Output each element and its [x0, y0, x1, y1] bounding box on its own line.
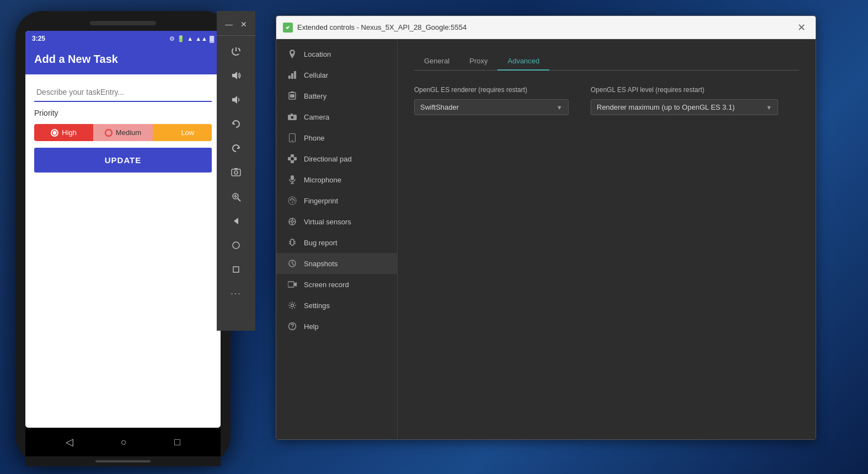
svg-marker-3 [232, 96, 237, 104]
microphone-icon [287, 175, 297, 185]
virtual-sensors-icon [287, 217, 297, 227]
opengl-api-label: OpenGL ES API level (requires restart) [591, 86, 778, 94]
dialog-close-button[interactable]: ✕ [794, 19, 809, 36]
opengl-renderer-col: OpenGL ES renderer (requires restart) Sw… [414, 86, 569, 115]
battery-label: Battery [304, 92, 326, 100]
opengl-api-select[interactable]: Renderer maximum (up to OpenGL ES 3.1) ▼ [591, 99, 778, 115]
screen-record-label: Screen record [304, 281, 349, 289]
power-button[interactable] [223, 40, 249, 62]
camera-label: Camera [304, 113, 329, 121]
svg-rect-26 [291, 114, 293, 115]
sidebar-item-camera[interactable]: Camera [276, 106, 397, 127]
close-toolbar-button[interactable]: ✕ [238, 18, 249, 31]
sidebar-item-settings[interactable]: Settings [276, 295, 397, 316]
screen-record-icon [287, 279, 297, 289]
phone-bottom-bar [95, 460, 151, 462]
svg-marker-19 [291, 73, 293, 79]
svg-point-34 [291, 220, 293, 223]
phone-nav-bar: ◁ ○ □ [25, 428, 221, 456]
recents-button[interactable] [223, 258, 249, 281]
svg-point-25 [291, 116, 294, 119]
svg-rect-23 [290, 94, 294, 98]
sidebar-item-microphone[interactable]: Microphone [276, 169, 397, 190]
phone-icon [287, 133, 297, 143]
svg-marker-13 [234, 218, 238, 224]
back-button[interactable] [223, 210, 249, 232]
task-input[interactable] [34, 83, 212, 102]
screenshot-button[interactable] [223, 161, 249, 184]
dialog-body: Location Cellular Battery Camera [276, 39, 816, 439]
svg-rect-8 [234, 168, 238, 170]
sidebar-item-cellular[interactable]: Cellular [276, 64, 397, 85]
phone-outer: 3:25 ⚙ 🔋 ▲ ▲▲ ▓ Add a New Task Priority [15, 11, 231, 463]
sidebar-item-phone[interactable]: Phone [276, 127, 397, 148]
svg-line-42 [294, 243, 296, 244]
svg-point-7 [234, 171, 238, 174]
svg-point-14 [233, 242, 239, 249]
dialog-titlebar: Extended controls - Nexus_5X_API_28_Goog… [276, 16, 816, 39]
opengl-renderer-arrow: ▼ [556, 104, 562, 111]
svg-point-29 [291, 157, 294, 160]
app-title: Add a New Task [34, 53, 118, 65]
rotate-right-button[interactable] [223, 137, 249, 159]
sidebar-item-directional-pad[interactable]: Directional pad [276, 148, 397, 169]
snapshots-label: Snapshots [304, 260, 337, 268]
priority-medium-btn[interactable]: Medium [93, 124, 152, 141]
opengl-renderer-select[interactable]: SwiftShader ▼ [414, 99, 569, 115]
radio-high [51, 129, 58, 137]
cellular-icon [287, 70, 297, 80]
volume-down-button[interactable] [223, 89, 249, 111]
minimize-button[interactable]: — [223, 18, 235, 31]
sidebar-item-virtual-sensors[interactable]: Virtual sensors [276, 211, 397, 232]
tab-general[interactable]: General [414, 52, 459, 71]
fingerprint-label: Fingerprint [304, 197, 338, 205]
tab-advanced[interactable]: Advanced [497, 52, 549, 71]
more-button[interactable]: ··· [223, 283, 249, 305]
settings-label: Settings [304, 301, 330, 310]
battery-status-icon: 🔋 [177, 35, 185, 42]
wifi-icon: ▲ [187, 35, 193, 42]
recents-nav-icon[interactable]: □ [174, 437, 180, 448]
sidebar-item-fingerprint[interactable]: Fingerprint [276, 190, 397, 211]
update-button[interactable]: UPDATE [34, 148, 212, 173]
snapshots-icon [287, 258, 297, 268]
radio-low [170, 129, 178, 137]
zoom-button[interactable] [223, 186, 249, 208]
bug-report-icon [287, 238, 297, 247]
home-nav-icon[interactable]: ○ [121, 437, 127, 448]
sidebar-item-screen-record[interactable]: Screen record [276, 274, 397, 295]
back-nav-icon[interactable]: ◁ [66, 436, 73, 448]
phone-content: Priority High Medium Low UPDATE [25, 74, 221, 428]
svg-line-10 [238, 198, 240, 201]
extended-controls-dialog: Extended controls - Nexus_5X_API_28_Goog… [276, 15, 816, 440]
phone-speaker [90, 21, 156, 25]
camera-icon [287, 112, 297, 122]
main-content: General Proxy Advanced OpenGL ES rendere… [398, 39, 816, 439]
opengl-renderer-value: SwiftShader [420, 103, 459, 111]
sidebar-item-bug-report[interactable]: Bug report [276, 232, 397, 253]
directional-pad-label: Directional pad [304, 155, 352, 163]
sidebar-item-help[interactable]: Help [276, 316, 397, 337]
sidebar-item-battery[interactable]: Battery [276, 85, 397, 106]
sidebar-item-snapshots[interactable]: Snapshots [276, 253, 397, 274]
home-button[interactable] [223, 234, 249, 256]
sidebar-item-location[interactable]: Location [276, 44, 397, 64]
fingerprint-icon [287, 196, 297, 206]
opengl-api-value: Renderer maximum (up to OpenGL ES 3.1) [597, 103, 735, 111]
settings-status-icon: ⚙ [169, 35, 175, 42]
priority-low-btn[interactable]: Low [153, 124, 212, 141]
priority-high-btn[interactable]: High [34, 124, 93, 141]
priority-medium-label: Medium [116, 128, 141, 137]
battery-level-icon: ▓ [210, 35, 214, 42]
rotate-left-button[interactable] [223, 113, 249, 135]
svg-rect-15 [233, 267, 239, 272]
tab-proxy[interactable]: Proxy [459, 52, 497, 71]
svg-marker-18 [288, 76, 291, 79]
virtual-sensors-label: Virtual sensors [304, 218, 351, 226]
phone-container: 3:25 ⚙ 🔋 ▲ ▲▲ ▓ Add a New Task Priority [15, 11, 231, 463]
opengl-api-arrow: ▼ [766, 104, 772, 111]
svg-point-50 [292, 328, 293, 329]
battery-icon [287, 91, 297, 101]
volume-up-button[interactable] [223, 64, 249, 87]
cellular-label: Cellular [304, 71, 328, 79]
